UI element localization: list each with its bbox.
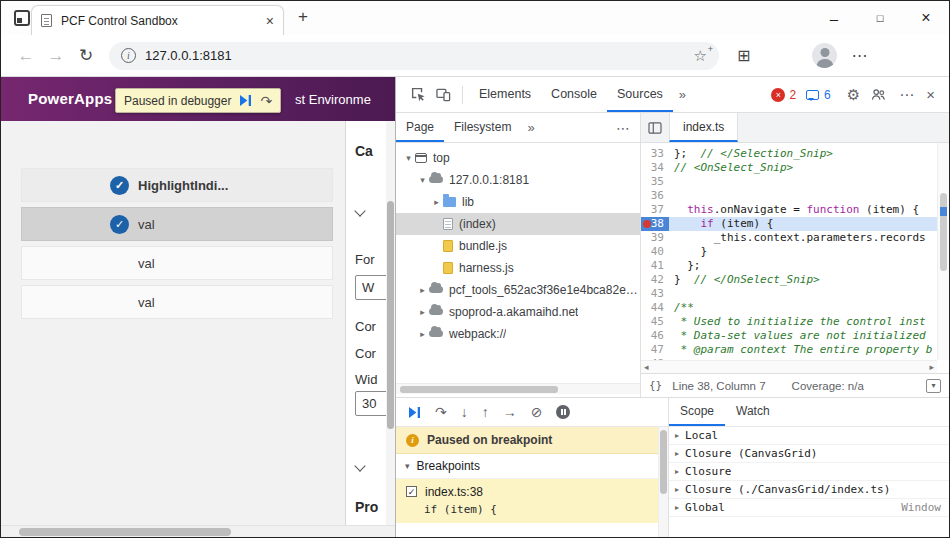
line-number-41[interactable]: 41 (641, 259, 669, 273)
scope-row-closure[interactable]: ▸Closure (669, 463, 949, 481)
tree-expand-icon[interactable]: ▸ (430, 197, 443, 207)
device-toolbar-icon[interactable] (436, 87, 451, 102)
collections-icon[interactable]: ⊞ (737, 46, 750, 65)
window-maximize-button[interactable]: □ (857, 1, 903, 35)
collapse-triangle-icon[interactable]: ▾ (405, 461, 410, 471)
line-number-46[interactable]: 46 (641, 329, 669, 343)
tab-scope[interactable]: Scope (669, 398, 725, 426)
tree-item-lib[interactable]: ▸lib (396, 191, 640, 213)
refresh-button[interactable]: ↻ (71, 45, 101, 66)
expand-triangle-icon[interactable]: ▸ (675, 485, 679, 494)
grid-row-val[interactable]: ✓val (21, 207, 333, 241)
pretty-print-icon[interactable]: {} (649, 379, 662, 392)
inspect-element-icon[interactable] (411, 87, 426, 102)
debugger-scrollbar[interactable] (658, 427, 668, 537)
toggle-navigator-icon[interactable] (641, 113, 669, 142)
tab-page[interactable]: Page (396, 113, 444, 142)
scope-row-closure-canvasgrid-index-ts[interactable]: ▸Closure (./CanvasGrid/index.ts) (669, 481, 949, 499)
tab-filesystem[interactable]: Filesystem (444, 113, 521, 142)
file-tab-index-ts[interactable]: index.ts (669, 113, 738, 142)
line-number-37[interactable]: 37 (641, 203, 669, 217)
scrollbar-thumb[interactable] (19, 528, 231, 536)
step-button[interactable]: → (503, 405, 517, 419)
profiles-icon[interactable] (871, 88, 886, 101)
scope-row-global[interactable]: ▸GlobalWindow (669, 499, 949, 517)
expand-triangle-icon[interactable]: ▸ (675, 503, 679, 512)
tree-item-top[interactable]: ▾top (396, 147, 640, 169)
scrollbar-thumb[interactable] (387, 201, 394, 429)
line-number-38[interactable]: 38 (641, 217, 669, 231)
chevron-down-icon[interactable] (354, 205, 365, 216)
powerapps-logo[interactable]: PowerApps (28, 90, 112, 107)
expand-triangle-icon[interactable]: ▸ (675, 431, 679, 440)
back-button[interactable]: ← (11, 46, 41, 66)
tree-item-index[interactable]: (index) (396, 213, 640, 235)
breakpoint-entry[interactable]: ✓ index.ts:38 if (item) { (396, 479, 668, 523)
settings-gear-icon[interactable]: ⚙ (847, 86, 860, 104)
line-number-47[interactable]: 47 (641, 343, 669, 357)
grid-row-val[interactable]: val (21, 285, 333, 319)
scope-row-closure-canvasgrid[interactable]: ▸Closure (CanvasGrid) (669, 445, 949, 463)
tab-elements[interactable]: Elements (469, 77, 541, 112)
window-minimize-button[interactable]: – (811, 1, 857, 35)
editor-vertical-scrollbar[interactable] (937, 143, 949, 360)
overlay-step-over-button[interactable]: ↷ (260, 94, 272, 108)
messages-badge[interactable]: 6 (806, 88, 831, 102)
tab-console[interactable]: Console (541, 77, 607, 112)
tree-expand-icon[interactable]: ▸ (416, 307, 429, 317)
line-number-43[interactable]: 43 (641, 287, 669, 301)
line-number-36[interactable]: 36 (641, 189, 669, 203)
scroll-left-icon[interactable]: ◂ (644, 362, 649, 372)
page-horizontal-scrollbar[interactable] (1, 525, 395, 537)
resume-script-button[interactable] (408, 407, 421, 418)
address-bar[interactable]: i 127.0.0.1:8181 ☆+ (109, 42, 719, 70)
tree-item-harness-js[interactable]: harness.js (396, 257, 640, 279)
breakpoints-section-header[interactable]: ▾ Breakpoints (396, 454, 668, 479)
line-number-42[interactable]: 42 (641, 273, 669, 287)
breakpoint-checkbox[interactable]: ✓ (406, 486, 417, 497)
properties-scrollbar[interactable] (386, 121, 395, 525)
profile-avatar[interactable] (812, 43, 837, 68)
scrollbar-thumb[interactable] (940, 193, 947, 271)
more-navigator-tabs-icon[interactable]: » (521, 120, 540, 135)
tree-expand-icon[interactable]: ▸ (416, 285, 429, 295)
scrollbar-thumb[interactable] (400, 386, 558, 393)
tree-item-bundle-js[interactable]: bundle.js (396, 235, 640, 257)
more-tabs-icon[interactable]: » (673, 87, 692, 102)
line-number-35[interactable]: 35 (641, 175, 669, 189)
devtools-menu-icon[interactable]: ⋯ (899, 86, 914, 104)
tab-sources[interactable]: Sources (607, 77, 673, 112)
tree-expand-icon[interactable]: ▸ (416, 329, 429, 339)
line-number-34[interactable]: 34 (641, 161, 669, 175)
tree-expand-icon[interactable]: ▾ (416, 175, 429, 185)
scrollbar-thumb[interactable] (660, 430, 667, 494)
browser-tab[interactable]: PCF Control Sandbox × (31, 5, 284, 35)
tab-close-icon[interactable]: × (266, 14, 274, 28)
tree-item-pcf-tools-652ac3f36e1e4bca82eb[interactable]: ▸pcf_tools_652ac3f36e1e4bca82eb... (396, 279, 640, 301)
step-into-button[interactable]: ↓ (461, 405, 468, 419)
devtools-close-icon[interactable]: × (926, 86, 935, 103)
navigator-horizontal-scrollbar[interactable] (396, 383, 640, 394)
line-number-45[interactable]: 45 (641, 315, 669, 329)
forward-button[interactable]: → (41, 46, 71, 66)
expand-triangle-icon[interactable]: ▸ (675, 449, 679, 458)
deactivate-breakpoints-button[interactable]: ⊘ (531, 405, 543, 419)
editor-horizontal-scrollbar[interactable]: ◂ ▸ (641, 360, 937, 373)
navigator-menu-icon[interactable]: ⋯ (606, 120, 640, 136)
step-out-button[interactable]: ↑ (482, 405, 489, 419)
browser-menu-icon[interactable]: ⋯ (851, 46, 867, 65)
grid-row-val[interactable]: val (21, 246, 333, 280)
scroll-right-icon[interactable]: ▸ (929, 362, 934, 372)
line-number-40[interactable]: 40 (641, 245, 669, 259)
error-badge[interactable]: ×2 (771, 88, 796, 102)
scope-row-local[interactable]: ▸Local (669, 427, 949, 445)
favorites-star-icon[interactable]: ☆+ (694, 47, 707, 65)
chevron-down-icon[interactable] (354, 460, 365, 471)
breakpoint-icon[interactable] (643, 220, 651, 228)
line-number-33[interactable]: 33 (641, 147, 669, 161)
tree-item-webpack[interactable]: ▸webpack:// (396, 323, 640, 345)
overlay-resume-button[interactable] (239, 95, 252, 106)
workspaces-icon[interactable] (14, 10, 30, 26)
window-close-button[interactable]: × (903, 1, 949, 35)
pause-on-exceptions-button[interactable] (556, 405, 570, 419)
